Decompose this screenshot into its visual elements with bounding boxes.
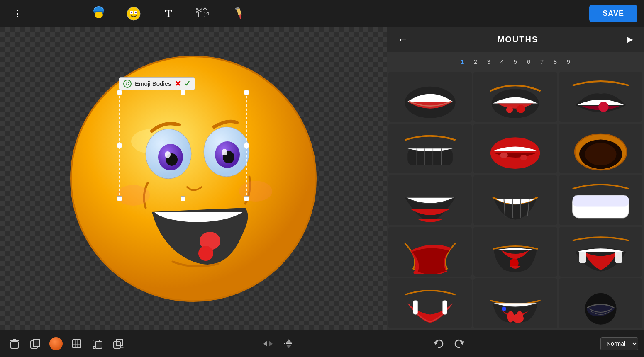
- transform-tool-button[interactable]: [194, 5, 212, 23]
- mouth-13[interactable]: [388, 278, 472, 328]
- svg-rect-52: [443, 301, 447, 315]
- menu-button[interactable]: ⋮: [8, 5, 27, 23]
- svg-point-24: [117, 185, 150, 206]
- svg-rect-49: [579, 250, 586, 263]
- blend-mode-select[interactable]: Normal Multiply Screen Overlay Darken Li…: [600, 337, 638, 350]
- page-num-4[interactable]: 4: [497, 56, 507, 67]
- mouth-12[interactable]: [559, 227, 642, 277]
- svg-rect-7: [198, 12, 205, 17]
- mouth-11[interactable]: [473, 227, 557, 277]
- page-num-6[interactable]: 6: [523, 56, 534, 67]
- mouth-7[interactable]: [388, 175, 472, 225]
- svg-point-5: [131, 12, 132, 13]
- panel-next-button[interactable]: ▶: [625, 32, 636, 46]
- delete-button[interactable]: [6, 335, 23, 352]
- undo-button[interactable]: [430, 335, 447, 352]
- mouth-5[interactable]: [473, 124, 557, 174]
- right-panel: ← MOUTHS ▶ 123456789: [387, 27, 644, 330]
- svg-point-55: [502, 307, 506, 311]
- layer-up-button[interactable]: [110, 335, 127, 352]
- page-num-1[interactable]: 1: [457, 56, 468, 67]
- mouth-8[interactable]: [473, 175, 557, 225]
- panel-title: MOUTHS: [417, 35, 618, 44]
- svg-point-20: [165, 151, 171, 158]
- mouth-2[interactable]: [473, 72, 557, 122]
- svg-point-2: [127, 7, 140, 20]
- color-picker-button[interactable]: [47, 335, 65, 352]
- page-num-7[interactable]: 7: [537, 56, 547, 67]
- bottom-toolbar: Normal Multiply Screen Overlay Darken Li…: [0, 330, 644, 357]
- face-tool-button[interactable]: [124, 5, 143, 23]
- svg-point-28: [517, 105, 526, 113]
- page-num-2[interactable]: 2: [470, 56, 481, 67]
- paint-tool-button[interactable]: [229, 5, 247, 23]
- svg-rect-62: [33, 339, 40, 347]
- page-num-3[interactable]: 3: [483, 56, 494, 67]
- mouth-9[interactable]: [559, 175, 642, 225]
- svg-point-23: [198, 246, 213, 261]
- svg-point-56: [512, 314, 524, 323]
- svg-rect-58: [11, 342, 18, 348]
- flip-v-button[interactable]: [280, 335, 298, 352]
- layer-down-button[interactable]: [89, 335, 106, 352]
- svg-point-1: [95, 12, 103, 18]
- panel-back-button[interactable]: ←: [395, 31, 411, 49]
- svg-point-37: [500, 152, 508, 158]
- svg-point-21: [222, 149, 227, 155]
- svg-point-41: [585, 143, 616, 165]
- hair-tool-button[interactable]: [90, 5, 108, 23]
- mouth-15[interactable]: [559, 278, 642, 328]
- redo-button[interactable]: [451, 335, 468, 352]
- svg-rect-70: [114, 342, 120, 348]
- mouth-6[interactable]: [559, 124, 642, 174]
- copy-button[interactable]: [27, 335, 44, 352]
- color-circle: [49, 337, 63, 350]
- mouth-4[interactable]: [388, 124, 472, 174]
- save-button[interactable]: SAVE: [589, 5, 637, 22]
- panel-header: ← MOUTHS ▶: [387, 27, 644, 52]
- emoji-container: ↺ Emoji Bodies ✕ ✓: [65, 50, 322, 307]
- svg-rect-50: [615, 250, 622, 263]
- top-toolbar: ⋮ T: [0, 0, 644, 27]
- svg-point-38: [520, 155, 527, 160]
- canvas-area[interactable]: ↺ Emoji Bodies ✕ ✓: [0, 27, 387, 330]
- mouth-grid: [387, 70, 644, 330]
- svg-point-30: [598, 102, 608, 112]
- svg-point-6: [135, 12, 137, 13]
- page-num-8[interactable]: 8: [550, 56, 561, 67]
- main-area: ↺ Emoji Bodies ✕ ✓ ← MOUTHS ▶ 123456789: [0, 27, 644, 330]
- emoji-svg: [65, 50, 322, 307]
- mouth-14[interactable]: [473, 278, 557, 328]
- svg-point-36: [490, 137, 540, 169]
- page-num-9[interactable]: 9: [563, 56, 574, 67]
- flip-h-button[interactable]: [259, 335, 277, 352]
- mouth-10[interactable]: [388, 227, 472, 277]
- svg-line-44: [520, 199, 521, 218]
- mouth-1[interactable]: [388, 72, 472, 122]
- svg-point-25: [239, 181, 272, 202]
- svg-rect-69: [95, 342, 102, 348]
- text-tool-button[interactable]: T: [159, 5, 178, 23]
- svg-point-12: [71, 56, 316, 301]
- texture-button[interactable]: [68, 335, 85, 352]
- svg-point-8: [196, 8, 198, 10]
- svg-rect-47: [572, 196, 629, 207]
- svg-point-29: [506, 106, 513, 113]
- mouth-3[interactable]: [559, 72, 642, 122]
- svg-point-9: [196, 11, 198, 13]
- page-num-5[interactable]: 5: [510, 56, 521, 67]
- svg-rect-63: [73, 340, 81, 348]
- svg-rect-51: [413, 301, 418, 315]
- svg-line-43: [512, 199, 513, 218]
- pagination: 123456789: [387, 52, 644, 70]
